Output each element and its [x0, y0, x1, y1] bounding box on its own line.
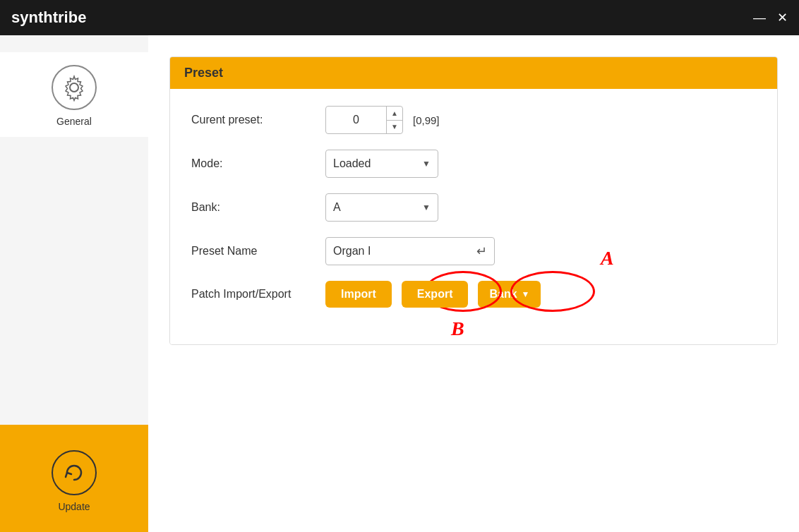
preset-title: Preset	[184, 66, 223, 80]
preset-panel: Preset Curent preset: 0 ▲ ▼	[169, 56, 778, 345]
preset-name-input-group[interactable]: Organ I ↵	[325, 237, 495, 265]
mode-dropdown-arrow: ▼	[422, 159, 431, 169]
sidebar-bottom: Update	[0, 425, 148, 532]
current-preset-row: Curent preset: 0 ▲ ▼ [0,99]	[191, 106, 756, 134]
close-button[interactable]: ✕	[777, 11, 788, 24]
bank-btn-label: Bank	[489, 288, 517, 301]
bank-control: A ▼	[325, 193, 438, 222]
bank-btn-arrow: ▼	[522, 289, 530, 299]
logo-text-tribe: tribe	[53, 8, 87, 26]
refresh-icon	[60, 459, 88, 487]
window-controls: — ✕	[753, 11, 788, 24]
current-preset-label: Curent preset:	[191, 114, 325, 126]
sidebar-general-label: General	[56, 116, 92, 127]
refresh-icon-container	[52, 450, 97, 495]
sidebar-item-update[interactable]: Update	[0, 437, 148, 522]
current-preset-control: 0 ▲ ▼ [0,99]	[325, 106, 440, 134]
spinbox-range: [0,99]	[413, 114, 440, 126]
logo-text-synth: synth	[11, 8, 53, 26]
mode-value: Loaded	[333, 157, 416, 170]
bank-value: A	[333, 201, 416, 214]
bank-label: Bank:	[191, 201, 325, 214]
title-bar: synthtribe — ✕	[0, 0, 799, 35]
content-area: Preset Curent preset: 0 ▲ ▼	[148, 35, 799, 532]
patch-control: Import Export Bank ▼	[325, 281, 541, 308]
patch-label: Patch Import/Export	[191, 288, 325, 301]
sidebar-update-label: Update	[58, 501, 90, 512]
spinbox-up[interactable]: ▲	[387, 107, 402, 121]
import-button[interactable]: Import	[325, 281, 392, 308]
bank-row: Bank: A ▼	[191, 193, 756, 222]
patch-row: Patch Import/Export Import Export Bank ▼…	[191, 281, 756, 308]
preset-header: Preset	[170, 57, 777, 89]
app-logo: synthtribe	[11, 8, 86, 27]
spinbox-arrows: ▲ ▼	[386, 107, 402, 133]
main-layout: General Update Preset	[0, 35, 799, 532]
sidebar-item-general[interactable]: General	[0, 52, 148, 137]
bank-select[interactable]: A ▼	[325, 193, 438, 222]
annotation-b-container: B	[451, 318, 464, 340]
spinbox-value: 0	[326, 114, 386, 126]
confirm-icon[interactable]: ↵	[476, 243, 487, 259]
mode-row: Mode: Loaded ▼	[191, 150, 756, 178]
preset-name-value: Organ I	[333, 245, 471, 258]
annotation-b-label: B	[451, 318, 464, 339]
gear-icon-container	[52, 65, 97, 110]
preset-name-row: Preset Name Organ I ↵	[191, 237, 756, 265]
preset-body: Curent preset: 0 ▲ ▼ [0,99]	[170, 89, 777, 344]
export-button[interactable]: Export	[402, 281, 469, 308]
preset-name-control: Organ I ↵	[325, 237, 495, 265]
gear-icon	[60, 73, 88, 102]
spinbox-down[interactable]: ▼	[387, 121, 402, 134]
preset-name-label: Preset Name	[191, 245, 325, 258]
bank-dropdown-arrow: ▼	[422, 202, 431, 212]
svg-point-0	[70, 83, 78, 92]
mode-select[interactable]: Loaded ▼	[325, 150, 438, 178]
preset-spinbox[interactable]: 0 ▲ ▼	[325, 106, 403, 134]
mode-label: Mode:	[191, 157, 325, 170]
bank-dropdown-button[interactable]: Bank ▼	[478, 281, 541, 308]
minimize-button[interactable]: —	[753, 11, 766, 24]
sidebar: General Update	[0, 35, 148, 532]
mode-control: Loaded ▼	[325, 150, 438, 178]
